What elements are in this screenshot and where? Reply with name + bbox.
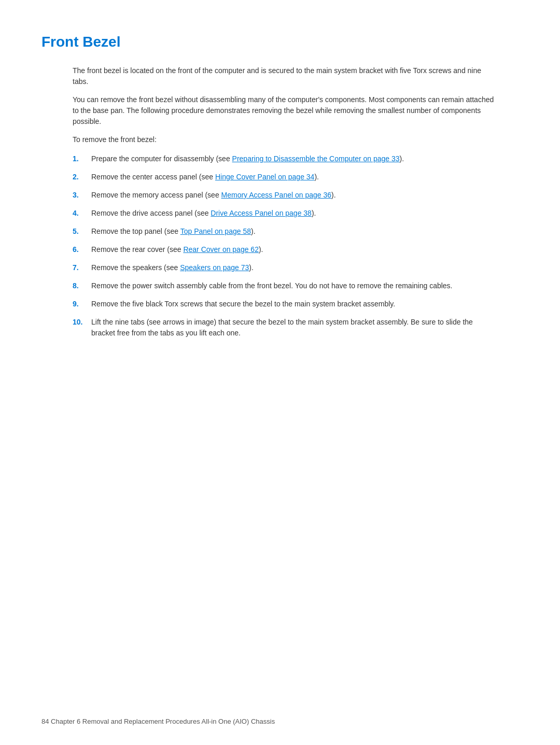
list-item: 9.Remove the five black Torx screws that… <box>73 299 498 310</box>
step-text: Remove the power switch assembly cable f… <box>91 280 498 291</box>
step-number: 5. <box>73 226 91 237</box>
list-item: 6.Remove the rear cover (see Rear Cover … <box>73 244 498 255</box>
step-text: Remove the memory access panel (see Memo… <box>91 190 498 201</box>
list-item: 7.Remove the speakers (see Speakers on p… <box>73 262 498 273</box>
step-number: 7. <box>73 262 91 273</box>
list-item: 3.Remove the memory access panel (see Me… <box>73 190 498 201</box>
page-title: Front Bezel <box>41 31 519 53</box>
step-number: 8. <box>73 280 91 291</box>
step-text: Remove the five black Torx screws that s… <box>91 299 498 310</box>
intro-paragraph-2: You can remove the front bezel without d… <box>73 94 498 127</box>
step-link[interactable]: Top Panel on page 58 <box>180 227 251 235</box>
step-text: Remove the top panel (see Top Panel on p… <box>91 226 498 237</box>
intro-paragraph-1: The front bezel is located on the front … <box>73 65 498 87</box>
step-text: Lift the nine tabs (see arrows in image)… <box>91 317 498 339</box>
step-link[interactable]: Drive Access Panel on page 38 <box>211 209 312 217</box>
step-text: Remove the center access panel (see Hing… <box>91 172 498 182</box>
document-page: Front Bezel The front bezel is located o… <box>0 0 560 745</box>
content-section: The front bezel is located on the front … <box>73 65 498 339</box>
step-link[interactable]: Memory Access Panel on page 36 <box>221 191 331 199</box>
step-link[interactable]: Speakers on page 73 <box>180 263 249 272</box>
list-item: 2.Remove the center access panel (see Hi… <box>73 172 498 182</box>
step-link[interactable]: Preparing to Disassemble the Computer on… <box>232 154 400 163</box>
step-number: 2. <box>73 172 91 182</box>
to-remove-label: To remove the front bezel: <box>73 134 498 145</box>
step-link[interactable]: Hinge Cover Panel on page 34 <box>215 173 314 181</box>
step-number: 6. <box>73 244 91 255</box>
steps-list: 1.Prepare the computer for disassembly (… <box>73 153 498 339</box>
list-item: 4.Remove the drive access panel (see Dri… <box>73 208 498 219</box>
step-text: Remove the speakers (see Speakers on pag… <box>91 262 498 273</box>
step-number: 9. <box>73 299 91 310</box>
page-footer: 84 Chapter 6 Removal and Replacement Pro… <box>41 716 275 727</box>
step-number: 1. <box>73 153 91 164</box>
step-link[interactable]: Rear Cover on page 62 <box>183 245 259 254</box>
step-number: 10. <box>73 317 91 328</box>
step-text: Remove the drive access panel (see Drive… <box>91 208 498 219</box>
step-number: 3. <box>73 190 91 201</box>
step-number: 4. <box>73 208 91 219</box>
step-text: Prepare the computer for disassembly (se… <box>91 153 498 164</box>
list-item: 8.Remove the power switch assembly cable… <box>73 280 498 291</box>
list-item: 1.Prepare the computer for disassembly (… <box>73 153 498 164</box>
list-item: 5.Remove the top panel (see Top Panel on… <box>73 226 498 237</box>
list-item: 10.Lift the nine tabs (see arrows in ima… <box>73 317 498 339</box>
step-text: Remove the rear cover (see Rear Cover on… <box>91 244 498 255</box>
